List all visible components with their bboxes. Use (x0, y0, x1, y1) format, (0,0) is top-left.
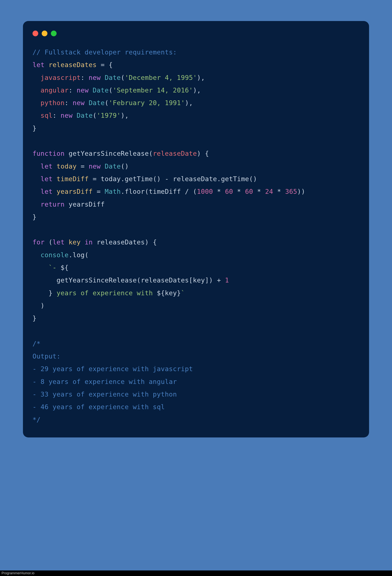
footer-watermark: ProgrammerHumor.io (0, 571, 392, 576)
code-token: - 8 years of experience with angular (32, 378, 177, 385)
code-token: today (57, 162, 77, 170)
code-token: = (93, 188, 105, 195)
code-token (32, 251, 40, 259)
code-line: - 33 years of experience with python (32, 388, 360, 401)
code-token: timeDiff (57, 175, 89, 183)
code-token: return (40, 201, 65, 208)
code-token (32, 162, 40, 170)
code-token (32, 99, 40, 107)
code-token: : (53, 112, 60, 119)
code-line: } (32, 312, 360, 324)
code-token: console (40, 251, 69, 259)
code-token: Output: (32, 352, 60, 360)
code-line: let today = new Date() (32, 160, 360, 173)
code-token: ${ (60, 264, 69, 271)
code-token: javascript (40, 74, 81, 81)
code-token: function (32, 150, 65, 157)
code-token: */ (32, 416, 40, 424)
code-line: return yearsDiff (32, 198, 360, 211)
code-token (65, 150, 69, 157)
code-token: let (40, 188, 53, 195)
code-token: .log( (69, 251, 89, 259)
code-line: sql: new Date('1979'), (32, 109, 360, 122)
code-token: .floor(timeDiff / ( (121, 188, 197, 195)
code-line: } years of experience with ${key}` (32, 287, 360, 299)
code-token: // Fullstack developer requirements: (32, 48, 177, 56)
code-token (89, 86, 93, 94)
code-line: - 46 years of experience with sql (32, 401, 360, 413)
code-token: 60 (225, 188, 233, 195)
code-token: years of experience with (53, 289, 157, 297)
code-token: new (89, 162, 101, 170)
code-token: = today.getTime() - releaseDate.getTime(… (89, 175, 257, 183)
code-token: = { (97, 61, 113, 69)
code-line: angular: new Date('September 14, 2016'), (32, 84, 360, 96)
code-token: ` (181, 289, 185, 297)
code-token: ${ (157, 289, 165, 297)
code-token (32, 264, 49, 271)
code-token: let (40, 175, 53, 183)
code-line: /* (32, 337, 360, 350)
code-line: getYearsSinceRelease(releaseDates[key]) … (32, 274, 360, 287)
code-token: 1 (225, 276, 229, 284)
code-line: - 29 years of experience with javascript (32, 363, 360, 375)
code-token (32, 112, 40, 119)
code-token: } (32, 124, 36, 132)
code-line (32, 325, 360, 337)
code-token: in (85, 238, 93, 246)
code-token: new (73, 99, 85, 107)
code-line: for (let key in releaseDates) { (32, 236, 360, 248)
code-token (53, 162, 57, 170)
code-line (32, 223, 360, 236)
code-token: ( (93, 112, 97, 119)
code-token: : (81, 74, 89, 81)
code-token: ( (109, 86, 113, 94)
code-line: // Fullstack developer requirements: (32, 46, 360, 58)
code-token (81, 238, 85, 246)
code-token: yearsDiff (57, 188, 93, 195)
code-line: let yearsDiff = Math.floor(timeDiff / (1… (32, 185, 360, 198)
code-token: 365 (285, 188, 297, 195)
code-token: 1000 (197, 188, 213, 195)
code-token: new (89, 74, 101, 81)
code-token: ), (193, 86, 201, 94)
code-token: Date (105, 74, 121, 81)
code-token: * (213, 188, 225, 195)
code-token: ( (149, 150, 153, 157)
code-token: ), (197, 74, 205, 81)
code-line: } (32, 122, 360, 135)
code-token: angular (40, 86, 69, 94)
code-token (32, 74, 40, 81)
code-token: '1979' (97, 112, 121, 119)
code-token: 'February 20, 1991' (109, 99, 185, 107)
code-token: Date (89, 99, 105, 107)
code-token: } (177, 289, 181, 297)
code-token: 60 (245, 188, 253, 195)
code-token: releaseDates (49, 61, 97, 69)
code-token: 24 (265, 188, 273, 195)
code-line: `- ${ (32, 261, 360, 274)
code-token (53, 188, 57, 195)
code-line: function getYearsSinceRelease(releaseDat… (32, 147, 360, 160)
code-token: python (40, 99, 65, 107)
code-line: console.log( (32, 249, 360, 261)
code-token (85, 99, 89, 107)
code-token: } (32, 213, 36, 221)
maximize-icon[interactable] (51, 30, 57, 36)
code-token: } (32, 289, 53, 297)
close-icon[interactable] (32, 30, 38, 36)
minimize-icon[interactable] (42, 30, 47, 36)
code-line (32, 135, 360, 147)
code-token: * (273, 188, 285, 195)
code-token: /* (32, 340, 40, 347)
code-line: } (32, 211, 360, 223)
code-line: let releaseDates = { (32, 58, 360, 71)
code-token: = (77, 162, 89, 170)
code-token: ( (121, 74, 125, 81)
code-token: - 29 years of experience with javascript (32, 365, 193, 373)
code-window: // Fullstack developer requirements:let … (23, 21, 369, 437)
code-token: Math (105, 188, 121, 195)
code-token: new (77, 86, 89, 94)
code-token: Date (105, 162, 121, 170)
code-line: let timeDiff = today.getTime() - release… (32, 173, 360, 185)
